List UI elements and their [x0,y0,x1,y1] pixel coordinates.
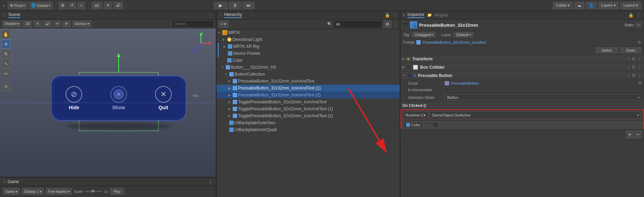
prefab-buttons-row: Select Open [400,46,644,55]
shading-button[interactable]: Shaded ▾ [2,20,22,27]
cube-event-label: Cube [411,123,420,127]
light-button[interactable]: ☀ [104,2,112,9]
hierarchy-lock-icon[interactable]: 🔒 [385,13,390,18]
list-item[interactable]: ▶ PressableButton_32x32mm_IconAndText (1… [217,85,400,92]
move-tool-button[interactable]: ⊞ [59,2,67,9]
runtime-dropdown-btn[interactable]: Runtime C▾ [403,111,428,119]
display-dropdown-btn[interactable]: Display 1 ▾ [22,188,44,195]
pressable-enable-checkbox[interactable]: ✓ [407,74,412,78]
aspect-dropdown-btn[interactable]: Free Aspect ▾ [46,188,72,195]
enable-checkbox[interactable]: ✓ [403,23,408,27]
list-item[interactable]: ▶ PressableButton_32x32mm_IconAndText (2… [217,92,400,98]
list-item[interactable]: UIBackplateOuterGeo [217,119,400,126]
selection-mode-dropdown[interactable]: Button ▾ [445,94,642,101]
layout-button[interactable]: Layout ▾ [620,2,641,9]
game-dropdown-btn[interactable]: Game ▾ [3,188,20,195]
collab-button[interactable]: Collab ▾ [553,2,573,9]
pressable-btn-component-header[interactable]: ▼ ✓ # Pressable Button ? ⚙ ⋮ [400,71,644,80]
step-button[interactable]: ⏭ [243,2,255,9]
global-button[interactable]: 🌐 Global ▾ [29,2,53,9]
layers-button[interactable]: Layers ▾ [598,2,619,9]
box-menu-icon[interactable]: ⋮ [637,65,642,70]
select-button[interactable]: Select [596,47,618,53]
cube-event-target-btn[interactable]: ⊙ [425,122,431,128]
layer-label: Layer [441,33,451,37]
rotate-tool-btn[interactable]: ↻ [1,49,10,58]
custom-tool-btn[interactable]: ⚙ [1,82,10,91]
audio-button[interactable]: 🔊 [113,2,123,9]
pivot-button[interactable]: ⊕ Pivot ▾ [8,2,27,9]
2d-view-button[interactable]: 2D [23,20,32,27]
2d-button[interactable]: 2D [91,2,102,9]
game-tab[interactable]: Game [8,179,19,184]
list-item[interactable]: ▶ TogglePressableButton_32x32mm_IconAndT… [217,105,400,112]
cube-event-checkbox[interactable]: ✓ [433,122,438,127]
pressable-help-icon[interactable]: ? [628,74,630,78]
box-help-icon[interactable]: ? [628,65,630,69]
list-item[interactable]: UIBackplateInnerQuad [217,126,400,133]
move-tool-btn[interactable]: ✢ [1,40,10,49]
list-item[interactable]: ▶ Directional Light › [217,36,400,43]
open-button[interactable]: Open [620,47,641,53]
transform-component-header[interactable]: ▶ ⊕ Transform ? ⚙ ⋮ [400,55,644,63]
function-dropdown-btn[interactable]: GameObject.SetActive ▾ [430,111,641,119]
rotate-tool-button[interactable]: ↺ [68,2,76,9]
scene-gizmos-btn[interactable]: Gizmos ▾ [72,20,92,27]
is-interactable-checkbox[interactable]: ✓ [445,88,449,92]
list-item[interactable]: Device Pointer › [218,50,400,57]
cloud-button[interactable]: ☁ [574,2,584,9]
hierarchy-dots-menu[interactable]: ⋮ [392,12,397,18]
list-item[interactable]: ▶ MRTK XR Rig › [218,43,400,50]
list-item[interactable]: ▼ Button___32x32mm_H3 › [217,64,400,71]
box-collider-component-header[interactable]: ▶ ✓ ⬜ Box Collider ? ⚙ ⋮ [400,63,644,71]
list-item[interactable]: ▼ MRTK [217,29,400,36]
script-settings-icon[interactable]: ⚙ [638,81,642,85]
prefab-settings-icon[interactable]: ⚙ [637,40,641,45]
game-play-btn[interactable]: Play [110,188,124,195]
transform-menu-icon[interactable]: ⋮ [637,56,642,61]
scale-slider-container[interactable] [85,191,102,192]
scale-tool-btn[interactable]: ⤡ [1,59,10,68]
hierarchy-search-input[interactable] [333,20,382,28]
layer-dropdown-btn[interactable]: Default ▾ [454,32,473,37]
hierarchy-tab[interactable]: Hierarchy [224,12,242,18]
scene-audio-btn[interactable]: 🔊 [43,20,52,27]
remove-event-btn[interactable]: − [634,131,642,138]
cube-event-object[interactable]: Cube [403,122,423,128]
pressable-settings-icon[interactable]: ⚙ [632,73,635,78]
pause-button[interactable]: ⏸ [229,2,241,9]
inspector-lock-icon[interactable]: 🔒 [628,13,634,18]
list-item[interactable]: Cube [218,57,400,64]
tag-layer-row: Tag Untagged ▾ Layer Default ▾ [400,31,644,39]
box-enable-checkbox[interactable]: ✓ [407,65,411,69]
list-item[interactable]: ▶ PressableButton_32x32mm_IconAndText › [217,78,400,85]
pressable-menu-icon[interactable]: ⋮ [637,73,642,78]
play-button[interactable]: ▶ [214,2,228,9]
hand-tool-btn[interactable]: ✋ [1,30,10,39]
scene-light-btn[interactable]: ☀ [34,20,42,27]
scene-tab[interactable]: Scene [8,12,20,18]
scale-tool-button[interactable]: ⤢ [77,2,85,9]
list-item[interactable]: ▶ TogglePressableButton_32x32mm_IconAndT… [217,112,400,119]
add-event-btn[interactable]: + [626,131,634,138]
hierarchy-expand-btn[interactable]: ⊞ [383,20,391,28]
game-dots-menu[interactable]: ⋮ [208,179,213,185]
inspector-tab[interactable]: Inspector [407,12,424,18]
scene-search-input[interactable] [172,20,214,27]
scene-fx-btn[interactable]: ✦ [53,20,61,27]
hierarchy-add-btn[interactable]: + ▾ [219,20,229,28]
project-tab[interactable]: Project [435,13,448,18]
scene-dots-menu[interactable]: ⋮ [208,12,213,18]
list-item[interactable]: ▼ ButtonCollection › [217,71,400,78]
inspector-dots-menu[interactable]: ⋮ [636,12,641,18]
transform-settings-icon[interactable]: ⚙ [632,57,635,61]
box-settings-icon[interactable]: ⚙ [632,65,635,69]
static-dropdown-btn[interactable]: ▾ [636,23,641,27]
account-button[interactable]: 👤 [586,2,597,9]
hierarchy-dots-2[interactable]: ⋮ [393,22,398,27]
rect-tool-btn[interactable]: ▭ [1,69,10,78]
tag-dropdown-btn[interactable]: Untagged ▾ [412,32,436,37]
transform-help-icon[interactable]: ? [628,57,630,61]
scene-hidden-btn[interactable]: 👁 [62,20,71,27]
list-item[interactable]: ▶ TogglePressableButton_32x32mm_IconAndT… [217,98,400,105]
